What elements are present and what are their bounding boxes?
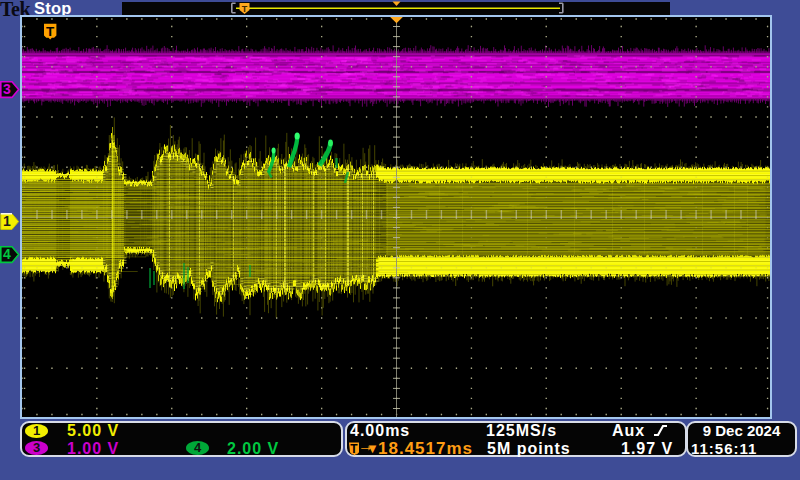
svg-text:T: T: [46, 24, 55, 39]
svg-text:4: 4: [3, 246, 11, 262]
svg-text:1: 1: [3, 213, 11, 229]
svg-text:3: 3: [3, 81, 11, 97]
svg-text:T: T: [242, 4, 248, 14]
